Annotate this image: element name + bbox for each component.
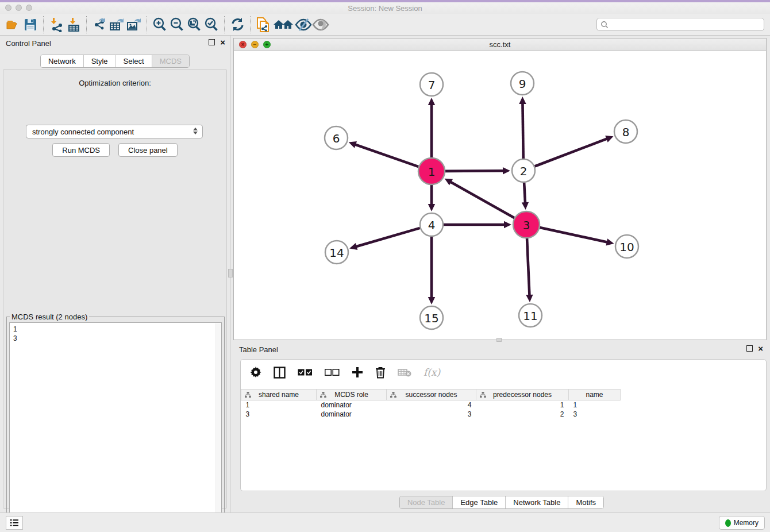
edge-2-8[interactable]: [535, 138, 608, 166]
tab-network-table[interactable]: Network Table: [506, 496, 568, 508]
import-network-button[interactable]: [48, 16, 65, 34]
tab-style[interactable]: Style: [84, 55, 116, 67]
select-all-rows-button[interactable]: [298, 365, 313, 380]
first-neighbors-button[interactable]: [272, 16, 295, 34]
open-session-button[interactable]: [5, 16, 22, 34]
horizontal-splitter-handle[interactable]: [496, 338, 502, 342]
tab-select[interactable]: Select: [116, 55, 152, 67]
node-label-1: 1: [428, 165, 436, 179]
zoom-selected-button[interactable]: [203, 16, 220, 34]
column-header-MCDS-role[interactable]: MCDS role: [317, 390, 387, 400]
show-graphics-details-button[interactable]: [312, 16, 329, 34]
export-image-button[interactable]: [125, 16, 143, 34]
edge-3-1[interactable]: [450, 182, 514, 218]
zoom-in-button[interactable]: [151, 16, 168, 34]
node-label-9: 9: [519, 77, 526, 91]
tab-motifs[interactable]: Motifs: [568, 496, 603, 508]
mcds-result-text[interactable]: 1 3: [9, 322, 222, 532]
column-header-name[interactable]: name: [569, 390, 621, 400]
table-cell[interactable]: 1: [569, 400, 621, 410]
titlebar: Session: New Session: [0, 2, 770, 14]
apply-layout-button[interactable]: [229, 16, 246, 34]
memory-button[interactable]: Memory: [719, 516, 765, 530]
table-settings-button[interactable]: [250, 365, 261, 380]
node-table[interactable]: shared nameMCDS rolesuccessor nodesprede…: [241, 389, 621, 419]
hide-graphics-details-button[interactable]: [295, 16, 312, 34]
split-view-button[interactable]: [274, 365, 286, 380]
add-column-button[interactable]: [352, 365, 363, 380]
function-builder-button[interactable]: f(x): [424, 365, 440, 380]
save-session-button[interactable]: [22, 16, 39, 34]
hierarchy-icon: [480, 392, 486, 398]
zoom-out-button[interactable]: [168, 16, 186, 34]
column-header-successor-nodes[interactable]: successor nodes: [387, 390, 476, 400]
criterion-dropdown[interactable]: strongly connected component: [26, 125, 203, 138]
table-cell[interactable]: 3: [387, 410, 476, 419]
arrowhead-icon: [606, 238, 614, 245]
tab-network[interactable]: Network: [41, 55, 84, 67]
delete-column-button[interactable]: [375, 365, 386, 380]
float-panel-icon[interactable]: [209, 39, 215, 45]
table-row[interactable]: 1dominator411: [241, 400, 621, 410]
clone-network-button[interactable]: [255, 16, 272, 34]
edge-2-9[interactable]: [522, 103, 523, 159]
delete-table-icon: [398, 368, 411, 377]
table-cell[interactable]: dominator: [317, 410, 387, 419]
table-cell[interactable]: 3: [241, 410, 317, 419]
table-cell[interactable]: dominator: [317, 400, 387, 410]
edge-3-11[interactable]: [527, 238, 529, 296]
split-view-icon: [274, 367, 286, 379]
close-panel-icon[interactable]: ×: [220, 39, 225, 45]
edge-2-3[interactable]: [524, 183, 525, 203]
node-label-2: 2: [520, 164, 528, 178]
table-cell[interactable]: 1: [241, 400, 317, 410]
arrowhead-icon: [503, 167, 510, 174]
result-scrollbar[interactable]: [215, 323, 221, 532]
vertical-splitter-handle[interactable]: [228, 269, 233, 277]
search-box[interactable]: [596, 18, 764, 31]
node-label-15: 15: [424, 311, 438, 325]
edge-1-2[interactable]: [445, 171, 504, 171]
column-header-predecessor-nodes[interactable]: predecessor nodes: [476, 390, 569, 400]
table-cell[interactable]: 4: [387, 400, 476, 410]
session-title: Session: New Session: [0, 4, 770, 13]
edge-3-10[interactable]: [540, 228, 607, 242]
node-label-8: 8: [622, 125, 630, 139]
eye-icon: [312, 17, 329, 32]
table-row[interactable]: 3dominator323: [241, 410, 621, 419]
arrowhead-icon: [428, 297, 435, 304]
edge-4-14[interactable]: [356, 228, 420, 247]
tab-node-table[interactable]: Node Table: [400, 496, 453, 508]
close-panel-button[interactable]: Close panel: [118, 143, 178, 157]
network-canvas[interactable]: 7968124314101511: [234, 51, 766, 340]
clone-network-icon: [255, 16, 271, 33]
search-input[interactable]: [609, 19, 764, 30]
network-window-titlebar[interactable]: × − + scc.txt: [234, 38, 766, 51]
node-label-7: 7: [428, 78, 436, 92]
table-cell[interactable]: 3: [569, 410, 621, 419]
deselect-all-rows-button[interactable]: [325, 365, 340, 380]
edge-1-6[interactable]: [355, 144, 418, 167]
dropdown-stepper-icon: [193, 128, 198, 134]
float-table-panel-icon[interactable]: [746, 345, 753, 352]
delete-table-button[interactable]: [398, 365, 411, 380]
zoom-selected-icon: [203, 17, 220, 33]
table-cell[interactable]: 1: [476, 400, 569, 410]
deselect-all-icon: [325, 369, 340, 376]
column-header-shared-name[interactable]: shared name: [241, 390, 317, 400]
run-mcds-button[interactable]: Run MCDS: [52, 143, 110, 157]
close-table-panel-icon[interactable]: ×: [758, 345, 763, 352]
node-label-4: 4: [428, 218, 436, 232]
export-network-icon: [92, 17, 107, 32]
tab-mcds[interactable]: MCDS: [152, 55, 189, 67]
network-graph[interactable]: 7968124314101511: [234, 51, 766, 340]
tab-edge-table[interactable]: Edge Table: [453, 496, 506, 508]
export-table-button[interactable]: [108, 16, 125, 34]
task-history-button[interactable]: [6, 516, 23, 530]
zoom-out-icon: [169, 17, 185, 33]
zoom-fit-button[interactable]: [186, 16, 203, 34]
export-network-button[interactable]: [91, 16, 108, 34]
optimization-criterion-label: Optimization criterion:: [3, 79, 226, 87]
import-table-button[interactable]: [65, 16, 82, 34]
table-cell[interactable]: 2: [476, 410, 569, 419]
